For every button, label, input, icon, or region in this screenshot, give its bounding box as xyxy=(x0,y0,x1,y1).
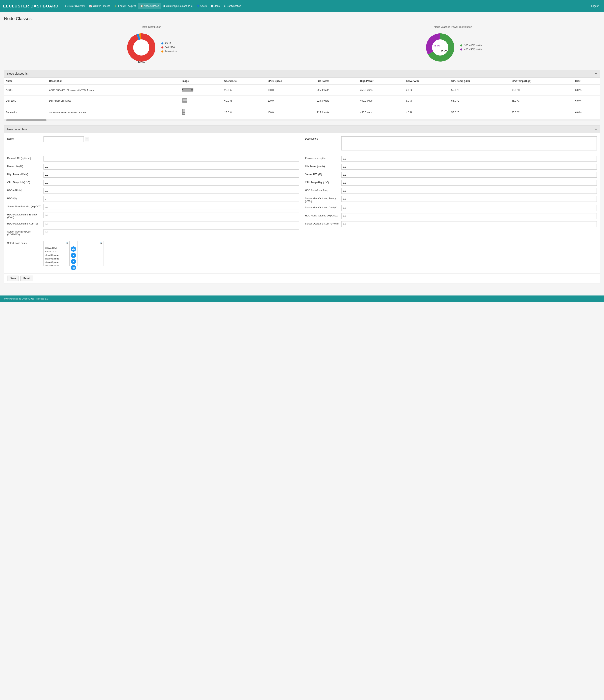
idle-power-group: Idle Power (Watts): xyxy=(305,164,597,170)
server-op-cost-kwh-input[interactable] xyxy=(341,221,597,227)
hdd-mfg-energy-input[interactable] xyxy=(44,212,299,218)
server-mfg-cost-input[interactable] xyxy=(341,205,597,211)
cell-server-afr: 4.0 % xyxy=(404,85,450,96)
description-input[interactable] xyxy=(341,136,597,150)
name-input[interactable] xyxy=(44,136,84,142)
svg-point-7 xyxy=(432,40,448,55)
cpu-temp-idle-input[interactable] xyxy=(44,180,299,186)
nav-users[interactable]: 👤 Users xyxy=(195,3,209,9)
nav-node-classes[interactable]: 📋 Node Classes xyxy=(138,3,161,9)
collapse-list-button[interactable]: − xyxy=(595,72,597,75)
footer-copyright: © Universidad de Oviedo 2018 xyxy=(4,298,34,300)
name-col: Name: ☰ xyxy=(7,136,299,153)
cell-name: Supermicro xyxy=(4,106,48,119)
cpu-temp-high-label: CPU Temp (High) (°C): xyxy=(305,180,341,184)
server-op-cost-input[interactable] xyxy=(44,229,299,235)
nav-jobs[interactable]: 📄 Jobs xyxy=(209,3,222,9)
cell-cpu-temp-high: 65.0 °C xyxy=(510,96,574,106)
nav-cluster-timeline[interactable]: 📈 Cluster Timeline xyxy=(87,3,112,9)
table-scrollbar[interactable] xyxy=(4,119,600,121)
server-mfg-co2-input[interactable] xyxy=(44,204,299,210)
logout-button[interactable]: Logout xyxy=(589,3,601,9)
transfer-left-button[interactable]: ▶ xyxy=(71,259,76,264)
svg-rect-20 xyxy=(183,112,185,114)
server-afr-label: Server AFR (%): xyxy=(305,172,341,176)
host-item-slave02[interactable]: slave02.pir.uo xyxy=(44,257,69,260)
name-list-icon[interactable]: ☰ xyxy=(85,137,89,142)
description-col: Description: xyxy=(305,136,597,153)
hosts-donut: 94.3% xyxy=(125,31,158,64)
new-node-class-body: Name: ☰ Description: xyxy=(4,133,600,273)
main-content: Node Classes Hosts Distribution 94.3% xyxy=(0,12,604,292)
selected-hosts-list[interactable] xyxy=(77,246,103,266)
users-icon: 👤 xyxy=(197,5,200,7)
form-buttons: Save Reset xyxy=(4,273,600,283)
name-label: Name: xyxy=(7,136,44,140)
host-item-slave04[interactable]: slave04.pir.uo xyxy=(44,264,69,266)
hdd-afr-input[interactable] xyxy=(44,188,299,194)
server-afr-input[interactable] xyxy=(341,172,597,178)
host-item-slave03[interactable]: slave03.pir.uo xyxy=(44,260,69,264)
new-node-class-header: New node class − xyxy=(4,126,600,133)
hdd-mfg-cost-input[interactable] xyxy=(44,221,299,227)
save-button[interactable]: Save xyxy=(7,276,19,281)
transfer-right-button[interactable]: ▶ xyxy=(71,253,76,258)
available-search-icon: 🔍 xyxy=(66,242,69,244)
nav-configuration[interactable]: ⚙ Configuration xyxy=(222,3,243,9)
idle-power-input[interactable] xyxy=(341,164,597,170)
name-input-wrapper: ☰ xyxy=(44,136,89,142)
hdd-start-stop-input[interactable] xyxy=(341,188,597,194)
hdd-qty-label: HDD Qty: xyxy=(7,196,44,200)
hdd-mfg-co2-input[interactable] xyxy=(341,213,597,219)
hdd-qty-input[interactable] xyxy=(44,196,299,202)
host-item-gpu01[interactable]: gpu01.pir.uo xyxy=(44,246,69,250)
app-title: EECLUSTER DASHBOARD xyxy=(3,4,58,8)
nav-energy-footprint[interactable]: ⚡ Energy Footprint xyxy=(112,3,138,9)
node-classes-table: Name Description Image Useful Life SPEC … xyxy=(4,78,600,119)
idle-power-label: Idle Power (Watts): xyxy=(305,164,341,168)
useful-life-input[interactable] xyxy=(44,164,299,170)
cell-description: Supermicro server with Intel Xeon Phi xyxy=(48,106,180,119)
cpu-temp-high-input[interactable] xyxy=(341,180,597,186)
cell-spec-speed: 100.0 xyxy=(266,85,315,96)
transfer-all-right-button[interactable]: ▶▶ xyxy=(71,246,76,252)
power-consumption-group: Power consumption: xyxy=(305,156,597,161)
power-donut: 33.3% 66.7% xyxy=(424,31,456,64)
description-group: Description: xyxy=(305,136,597,150)
form-fields-row: Picture URL (optional): Useful Life (%):… xyxy=(7,156,597,239)
node-classes-list-panel: Node classes list − Name Description Ima… xyxy=(4,70,600,121)
cell-hdd: 6.0 % xyxy=(574,96,600,106)
picture-url-input[interactable] xyxy=(44,156,299,161)
cell-image xyxy=(180,96,223,106)
new-node-class-title: New node class xyxy=(7,128,27,131)
name-description-row: Name: ☰ Description: xyxy=(7,136,597,153)
hosts-donut-svg: 94.3% xyxy=(125,31,158,64)
cell-description: Dell Power-Edge 2950 xyxy=(48,96,180,106)
hdd-mfg-cost-label: HDD Manufacturing Cost (€): xyxy=(7,221,44,225)
cell-description: ASUS ESC4000_G2 server with TESLA gpus xyxy=(48,85,180,96)
nav-cluster-overview[interactable]: ≡ Cluster Overview xyxy=(63,3,87,9)
transfer-all-left-button[interactable]: ◀◀ xyxy=(71,265,76,270)
node-classes-list-header: Node classes list − xyxy=(4,70,600,78)
reset-button[interactable]: Reset xyxy=(20,276,32,281)
high-power-input[interactable] xyxy=(44,172,299,178)
available-hosts-list[interactable]: gpu01.pir.uo mic01.pir.uo slave01.pir.uo… xyxy=(44,246,70,266)
host-item-slave01[interactable]: slave01.pir.uo xyxy=(44,253,69,257)
server-mfg-energy-input[interactable] xyxy=(341,196,597,202)
menu-icon: ≡ xyxy=(65,5,66,7)
useful-life-group: Useful Life (%): xyxy=(7,164,299,170)
power-consumption-input[interactable] xyxy=(341,156,597,161)
col-idle-power: Idle Power xyxy=(315,78,359,85)
server-mfg-cost-label: Server Manufacturing Cost (€): xyxy=(305,205,341,209)
nav-cluster-queues[interactable]: ⚙ Cluster Queues and PEs xyxy=(161,3,195,9)
collapse-new-button[interactable]: − xyxy=(595,127,597,131)
selected-search-icon: 🔍 xyxy=(100,242,102,244)
col-high-power: High Power xyxy=(359,78,404,85)
node-classes-table-wrapper: Name Description Image Useful Life SPEC … xyxy=(4,78,600,119)
cell-cpu-temp-idle: 55.0 °C xyxy=(450,96,510,106)
host-selector: 🔍 gpu01.pir.uo mic01.pir.uo slave01.pir.… xyxy=(44,241,103,270)
page-title: Node Classes xyxy=(4,16,600,21)
host-item-mic01[interactable]: mic01.pir.uo xyxy=(44,250,69,253)
power-donut-svg: 33.3% 66.7% xyxy=(424,31,456,64)
available-hosts-container: 🔍 gpu01.pir.uo mic01.pir.uo slave01.pir.… xyxy=(44,241,70,266)
